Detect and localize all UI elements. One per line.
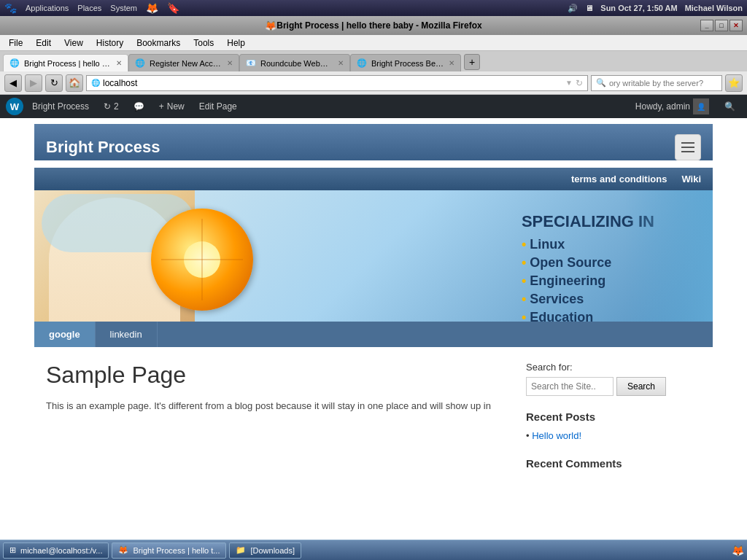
browser-menubar: File Edit View History Bookmarks Tools H… <box>0 35 747 51</box>
site-tabs: google linkedin <box>34 322 713 347</box>
os-taskbar: ⊞ michael@localhost:/v... 🦊 Bright Proce… <box>0 540 747 560</box>
browser-tabs: 🌐 Bright Process | hello there ... ✕ 🌐 R… <box>0 51 747 71</box>
menu-edit[interactable]: Edit <box>30 36 57 50</box>
site-content: Sample Page This is an example page. It'… <box>46 362 511 484</box>
minimize-button[interactable]: _ <box>700 20 713 31</box>
downloads-icon: 📁 <box>236 545 246 555</box>
recent-comments-title: Recent Comments <box>526 457 701 470</box>
taskbar-firefox[interactable]: 🦊 Bright Process | hello t... <box>112 542 226 559</box>
taskbar-system-tray: 🦊 <box>732 545 744 556</box>
sidebar-search-button[interactable]: Search <box>616 377 666 396</box>
address-bar[interactable]: 🌐 ▼ ↻ <box>86 75 588 91</box>
bookmark-button[interactable]: ⭐ <box>725 74 743 92</box>
os-topbar-right: 🔊 🖥 Sun Oct 27, 1:50 AM Michael Wilson <box>568 4 743 13</box>
taskbar-terminal[interactable]: ⊞ michael@localhost:/v... <box>3 542 109 559</box>
sidebar-search-section: Search for: Search <box>526 362 701 396</box>
wp-site-name[interactable]: Bright Process <box>26 95 95 118</box>
site-tab-linkedin[interactable]: linkedin <box>96 322 158 347</box>
os-datetime: Sun Oct 27, 1:50 AM <box>600 4 677 12</box>
comments-icon: 💬 <box>133 101 144 112</box>
page-body: This is an example page. It's different … <box>46 399 511 414</box>
sidebar-recent-posts: Recent Posts Hello world! <box>526 411 701 443</box>
sidebar-search-row: Search <box>526 377 701 396</box>
os-volume-icon: 🔊 <box>568 4 578 13</box>
tab-1-close[interactable]: ✕ <box>116 59 122 67</box>
reload-button[interactable]: ↻ <box>45 74 63 92</box>
page-title: Sample Page <box>46 362 511 389</box>
recent-post-item-1: Hello world! <box>526 429 701 443</box>
hero-orange-line2 <box>161 259 243 260</box>
window-controls: _ □ ✕ <box>700 20 743 31</box>
recent-post-link-1[interactable]: Hello world! <box>532 430 581 441</box>
wp-adminbar: W Bright Process ↻ 2 💬 + New Edit Page H… <box>0 95 747 118</box>
site-title-row: Bright Process <box>46 134 701 160</box>
hero-image: SPECIALIZING IN Linux Open Source Engine… <box>34 190 713 322</box>
terminal-icon: ⊞ <box>9 545 16 555</box>
menu-bookmarks[interactable]: Bookmarks <box>131 36 186 50</box>
site-sidebar: Search for: Search Recent Posts Hello wo… <box>526 362 701 484</box>
tab-4[interactable]: 🌐 Bright Process Beta site | F... ✕ <box>350 54 461 71</box>
wp-new-button[interactable]: + New <box>153 95 190 118</box>
tab-4-close[interactable]: ✕ <box>449 59 454 67</box>
refresh-icon: ↻ <box>104 101 111 112</box>
browser-addressbar: ◀ ▶ ↻ 🏠 🌐 ▼ ↻ 🔍 ⭐ <box>0 71 747 95</box>
howdy-label: Howdy, admin <box>635 101 690 112</box>
site-tab-google[interactable]: google <box>34 322 96 347</box>
wp-edit-page-button[interactable]: Edit Page <box>193 95 243 118</box>
hamburger-line-2 <box>681 147 694 148</box>
site-nav: terms and conditions Wiki <box>34 168 713 190</box>
wp-howdy-menu[interactable]: Howdy, admin 👤 <box>630 95 715 118</box>
plus-icon: + <box>159 101 164 112</box>
hero-orange <box>151 209 253 311</box>
maximize-button[interactable]: □ <box>715 20 728 31</box>
site-wrapper: Bright Process terms and conditions Wiki <box>34 124 713 499</box>
search-icon: 🔍 <box>724 101 735 112</box>
system-menu[interactable]: System <box>110 4 137 12</box>
tab-4-label: Bright Process Beta site | F... <box>371 59 444 68</box>
nav-wiki[interactable]: Wiki <box>681 174 701 184</box>
wp-logo-button[interactable]: W <box>6 98 23 115</box>
menu-tools[interactable]: Tools <box>187 36 220 50</box>
search-for-label: Search for: <box>526 362 701 373</box>
tab-1-icon: 🌐 <box>9 58 20 68</box>
sidebar-recent-comments: Recent Comments <box>526 457 701 470</box>
address-input[interactable] <box>103 78 562 88</box>
os-topbar-apps: 🐾 Applications Places System 🦊 🔖 <box>4 2 179 14</box>
tab-2-label: Register New Account - So... <box>150 59 222 68</box>
new-label: New <box>167 101 185 112</box>
site-header: Bright Process <box>34 124 713 160</box>
menu-help[interactable]: Help <box>221 36 251 50</box>
tab-1-label: Bright Process | hello there ... <box>24 59 112 68</box>
tab-1[interactable]: 🌐 Bright Process | hello there ... ✕ <box>3 54 128 71</box>
taskbar-terminal-label: michael@localhost:/v... <box>20 546 102 555</box>
wp-search-button[interactable]: 🔍 <box>718 95 741 118</box>
browser-search-input[interactable] <box>609 79 717 88</box>
tray-firefox-icon: 🦊 <box>732 545 744 556</box>
wp-updates-button[interactable]: ↻ 2 <box>98 95 125 118</box>
forward-button[interactable]: ▶ <box>25 74 42 92</box>
applications-menu[interactable]: Applications <box>26 4 69 12</box>
site-title: Bright Process <box>46 138 160 157</box>
taskbar-downloads[interactable]: 📁 [Downloads] <box>229 542 301 559</box>
hamburger-button[interactable] <box>675 134 701 160</box>
tab-2[interactable]: 🌐 Register New Account - So... ✕ <box>128 54 239 71</box>
tab-2-close[interactable]: ✕ <box>227 59 233 67</box>
tab-add-button[interactable]: + <box>464 54 480 70</box>
wp-comments-button[interactable]: 💬 <box>128 95 150 118</box>
home-button[interactable]: 🏠 <box>66 74 83 92</box>
os-network-icon: 🖥 <box>585 4 593 12</box>
nav-terms[interactable]: terms and conditions <box>571 174 667 184</box>
places-menu[interactable]: Places <box>77 4 101 12</box>
menu-history[interactable]: History <box>90 36 129 50</box>
sidebar-search-input[interactable] <box>526 377 614 396</box>
menu-file[interactable]: File <box>3 36 28 50</box>
hero-water-bg <box>625 190 713 322</box>
tab-3-close[interactable]: ✕ <box>338 59 344 67</box>
tab-4-icon: 🌐 <box>357 58 367 68</box>
close-button[interactable]: ✕ <box>729 20 743 31</box>
tab-3[interactable]: 📧 Roundcube Webmail :: Inbox ✕ <box>239 54 350 71</box>
browser-titlebar: 🦊 Bright Process | hello there baby - Mo… <box>0 16 747 35</box>
back-button[interactable]: ◀ <box>4 74 22 92</box>
menu-view[interactable]: View <box>58 36 89 50</box>
browser-search-box[interactable]: 🔍 <box>591 75 722 91</box>
